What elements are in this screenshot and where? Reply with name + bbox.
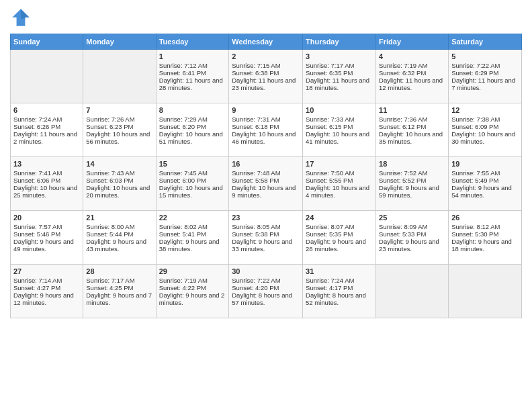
sunrise: Sunrise: 7:48 AM	[232, 169, 280, 177]
daylight: Daylight: 10 hours and 25 minutes.	[13, 184, 77, 199]
daylight: Daylight: 9 hours and 38 minutes.	[159, 238, 220, 253]
daylight: Daylight: 11 hours and 28 minutes.	[159, 77, 223, 91]
sunset: Sunset: 4:22 PM	[159, 284, 206, 291]
sunset: Sunset: 5:49 PM	[451, 177, 498, 184]
sunset: Sunset: 5:44 PM	[86, 230, 133, 238]
calendar-cell	[11, 50, 83, 103]
sunset: Sunset: 6:41 PM	[159, 69, 206, 77]
sunrise: Sunrise: 7:50 AM	[306, 169, 354, 177]
sunrise: Sunrise: 7:22 AM	[451, 62, 500, 69]
day-number: 25	[379, 214, 445, 222]
sunrise: Sunrise: 7:15 AM	[232, 62, 280, 69]
day-number: 9	[232, 106, 300, 114]
calendar-cell	[83, 50, 156, 103]
calendar-cell: 21Sunrise: 8:00 AMSunset: 5:44 PMDayligh…	[83, 211, 156, 265]
calendar-cell: 24Sunrise: 8:07 AMSunset: 5:35 PMDayligh…	[303, 211, 376, 265]
calendar-cell: 18Sunrise: 7:52 AMSunset: 5:52 PMDayligh…	[376, 157, 449, 211]
sunset: Sunset: 5:55 PM	[306, 177, 353, 184]
daylight: Daylight: 9 hours and 12 minutes.	[13, 291, 74, 306]
calendar-cell: 9Sunrise: 7:31 AMSunset: 6:18 PMDaylight…	[229, 103, 303, 157]
sunset: Sunset: 5:35 PM	[306, 230, 353, 238]
calendar-cell: 2Sunrise: 7:15 AMSunset: 6:38 PMDaylight…	[229, 50, 303, 103]
daylight: Daylight: 11 hours and 2 minutes.	[13, 130, 77, 145]
day-number: 28	[86, 267, 152, 275]
sunset: Sunset: 6:38 PM	[232, 69, 279, 77]
day-number: 5	[451, 52, 519, 60]
sunset: Sunset: 6:20 PM	[159, 123, 206, 130]
sunrise: Sunrise: 8:05 AM	[232, 223, 280, 230]
daylight: Daylight: 11 hours and 23 minutes.	[232, 77, 296, 91]
daylight: Daylight: 9 hours and 2 minutes.	[159, 291, 225, 306]
sunrise: Sunrise: 7:17 AM	[306, 62, 354, 69]
sunset: Sunset: 4:25 PM	[86, 284, 133, 291]
calendar-cell: 19Sunrise: 7:55 AMSunset: 5:49 PMDayligh…	[449, 157, 522, 211]
sunset: Sunset: 6:06 PM	[13, 177, 60, 184]
day-header-tuesday: Tuesday	[156, 34, 229, 50]
sunrise: Sunrise: 7:38 AM	[451, 116, 500, 123]
day-number: 19	[451, 160, 519, 168]
day-number: 4	[379, 52, 445, 60]
day-number: 18	[379, 160, 445, 168]
sunset: Sunset: 4:20 PM	[232, 284, 279, 291]
daylight: Daylight: 9 hours and 54 minutes.	[451, 184, 512, 199]
sunset: Sunset: 6:15 PM	[306, 123, 353, 130]
day-number: 11	[379, 106, 445, 114]
daylight: Daylight: 9 hours and 33 minutes.	[232, 238, 292, 253]
daylight: Daylight: 10 hours and 4 minutes.	[306, 184, 369, 199]
calendar-cell: 14Sunrise: 7:43 AMSunset: 6:03 PMDayligh…	[83, 157, 156, 211]
sunrise: Sunrise: 7:24 AM	[306, 277, 354, 284]
day-number: 30	[232, 267, 300, 275]
logo	[10, 7, 34, 28]
calendar-cell: 27Sunrise: 7:14 AMSunset: 4:27 PMDayligh…	[11, 265, 83, 318]
calendar-cell: 11Sunrise: 7:36 AMSunset: 6:12 PMDayligh…	[376, 103, 449, 157]
day-number: 21	[86, 214, 152, 222]
day-header-friday: Friday	[376, 34, 449, 50]
daylight: Daylight: 9 hours and 49 minutes.	[13, 238, 74, 253]
daylight: Daylight: 9 hours and 43 minutes.	[86, 238, 146, 253]
calendar-cell: 29Sunrise: 7:19 AMSunset: 4:22 PMDayligh…	[156, 265, 229, 318]
day-number: 13	[13, 160, 80, 168]
calendar-cell: 30Sunrise: 7:22 AMSunset: 4:20 PMDayligh…	[229, 265, 303, 318]
day-number: 27	[13, 267, 80, 275]
calendar-table: SundayMondayTuesdayWednesdayThursdayFrid…	[10, 34, 522, 318]
calendar-cell: 8Sunrise: 7:29 AMSunset: 6:20 PMDaylight…	[156, 103, 229, 157]
daylight: Daylight: 10 hours and 41 minutes.	[306, 130, 369, 145]
daylight: Daylight: 11 hours and 7 minutes.	[451, 77, 515, 91]
logo-icon	[10, 7, 32, 28]
calendar-cell: 13Sunrise: 7:41 AMSunset: 6:06 PMDayligh…	[11, 157, 83, 211]
calendar-cell	[376, 265, 449, 318]
day-header-saturday: Saturday	[449, 34, 522, 50]
svg-marker-1	[21, 9, 30, 18]
day-number: 17	[306, 160, 373, 168]
daylight: Daylight: 11 hours and 12 minutes.	[379, 77, 443, 91]
calendar-cell: 7Sunrise: 7:26 AMSunset: 6:23 PMDaylight…	[83, 103, 156, 157]
week-row-0: 1Sunrise: 7:12 AMSunset: 6:41 PMDaylight…	[11, 50, 522, 103]
calendar-cell: 28Sunrise: 7:17 AMSunset: 4:25 PMDayligh…	[83, 265, 156, 318]
sunrise: Sunrise: 7:31 AM	[232, 116, 280, 123]
sunrise: Sunrise: 7:24 AM	[13, 116, 62, 123]
day-number: 20	[13, 214, 80, 222]
calendar-cell: 16Sunrise: 7:48 AMSunset: 5:58 PMDayligh…	[229, 157, 303, 211]
week-row-1: 6Sunrise: 7:24 AMSunset: 6:26 PMDaylight…	[11, 103, 522, 157]
day-number: 10	[306, 106, 373, 114]
daylight: Daylight: 10 hours and 46 minutes.	[232, 130, 296, 145]
calendar-cell	[449, 265, 522, 318]
sunset: Sunset: 5:33 PM	[379, 230, 426, 238]
sunrise: Sunrise: 7:29 AM	[159, 116, 208, 123]
sunset: Sunset: 6:23 PM	[86, 123, 133, 130]
sunrise: Sunrise: 8:09 AM	[379, 223, 427, 230]
day-number: 8	[159, 106, 226, 114]
sunset: Sunset: 6:09 PM	[451, 123, 498, 130]
sunset: Sunset: 6:32 PM	[379, 69, 426, 77]
daylight: Daylight: 11 hours and 18 minutes.	[306, 77, 369, 91]
sunset: Sunset: 5:38 PM	[232, 230, 279, 238]
sunrise: Sunrise: 7:17 AM	[86, 277, 134, 284]
calendar-cell: 20Sunrise: 7:57 AMSunset: 5:46 PMDayligh…	[11, 211, 83, 265]
calendar-cell: 6Sunrise: 7:24 AMSunset: 6:26 PMDaylight…	[11, 103, 83, 157]
day-number: 26	[451, 214, 519, 222]
day-number: 31	[306, 267, 373, 275]
calendar-cell: 1Sunrise: 7:12 AMSunset: 6:41 PMDaylight…	[156, 50, 229, 103]
sunrise: Sunrise: 7:57 AM	[13, 223, 62, 230]
sunset: Sunset: 5:30 PM	[451, 230, 498, 238]
daylight: Daylight: 9 hours and 7 minutes.	[86, 291, 152, 306]
